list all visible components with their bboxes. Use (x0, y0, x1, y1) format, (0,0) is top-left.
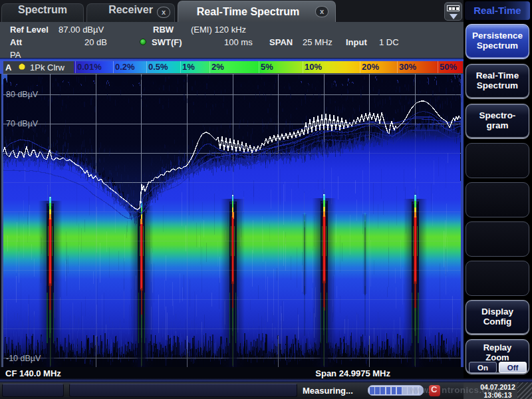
svg-text:0.2%: 0.2% (115, 62, 135, 72)
svg-text:0.01%: 0.01% (77, 62, 102, 72)
svg-text:1Pk Clrw: 1Pk Clrw (30, 63, 65, 72)
svg-text:1%: 1% (182, 62, 195, 72)
svg-text:-10 dBµV: -10 dBµV (6, 354, 41, 363)
svg-text:70 dBµV: 70 dBµV (6, 119, 39, 128)
svg-text:A: A (5, 63, 12, 72)
svg-text:0.5%: 0.5% (148, 62, 168, 72)
svg-text:30%: 30% (399, 62, 416, 72)
svg-text:2%: 2% (211, 62, 224, 72)
svg-text:80 dBµV: 80 dBµV (6, 90, 39, 99)
svg-text:50%: 50% (440, 62, 457, 72)
svg-text:10%: 10% (305, 62, 322, 72)
svg-text:5%: 5% (261, 62, 273, 72)
svg-text:20%: 20% (362, 62, 379, 72)
